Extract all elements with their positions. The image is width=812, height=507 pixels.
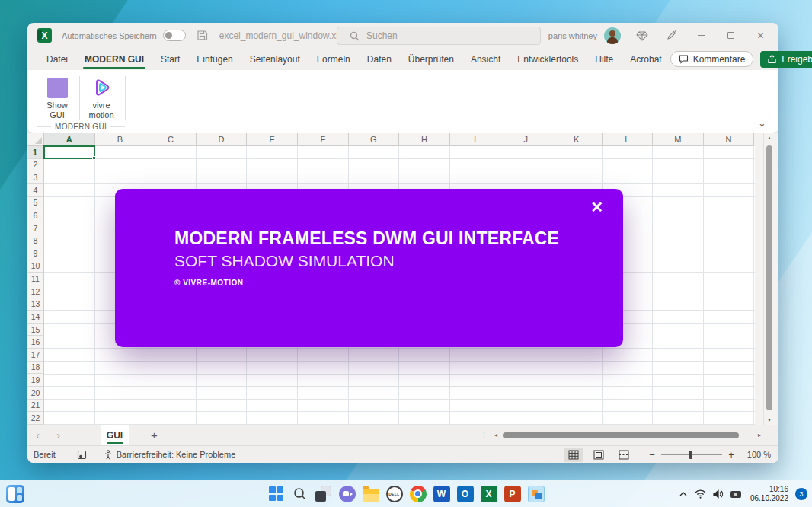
scroll-right-icon[interactable]: ▸ [754, 432, 765, 438]
column-header-C[interactable]: C [145, 133, 197, 146]
collapse-ribbon-icon[interactable]: ⌄ [758, 117, 766, 129]
row-header-3[interactable]: 3 [27, 171, 44, 184]
prev-sheet-icon[interactable]: ‹ [27, 429, 48, 442]
zoom-in-button[interactable]: + [725, 449, 737, 461]
wifi-icon[interactable] [695, 488, 707, 500]
column-header-L[interactable]: L [603, 133, 654, 146]
accessibility-status[interactable]: Barrierefreiheit: Keine Probleme [104, 450, 236, 460]
column-header-K[interactable]: K [551, 133, 603, 146]
row-header-19[interactable]: 19 [27, 374, 44, 387]
word-icon[interactable]: W [433, 485, 450, 502]
volume-icon[interactable] [712, 488, 724, 500]
select-all-corner[interactable] [27, 133, 44, 146]
row-header-15[interactable]: 15 [27, 324, 44, 336]
tab-hilfe[interactable]: Hilfe [587, 48, 622, 70]
excel-taskbar-icon[interactable]: X [480, 485, 497, 502]
column-header-N[interactable]: N [704, 133, 755, 146]
next-sheet-icon[interactable]: › [48, 429, 69, 442]
row-header-6[interactable]: 6 [27, 209, 44, 222]
scroll-left-icon[interactable]: ◂ [491, 432, 501, 438]
horizontal-scrollbar[interactable]: ◂ ▸ [491, 429, 765, 441]
fill-handle[interactable] [92, 156, 96, 160]
tab-start[interactable]: Start [152, 48, 188, 70]
row-header-18[interactable]: 18 [27, 362, 44, 375]
view-page-layout-icon[interactable] [589, 448, 609, 462]
column-header-D[interactable]: D [197, 133, 248, 146]
column-header-J[interactable]: J [500, 133, 551, 146]
horizontal-scroll-thumb[interactable] [503, 432, 739, 438]
selected-cell-a1[interactable] [43, 145, 95, 159]
column-header-E[interactable]: E [247, 133, 298, 146]
tray-device-icon[interactable] [730, 488, 742, 500]
row-header-11[interactable]: 11 [27, 273, 44, 285]
autosave-toggle[interactable] [163, 30, 186, 41]
file-explorer-icon[interactable] [362, 485, 379, 502]
zoom-slider[interactable] [661, 450, 722, 460]
row-header-9[interactable]: 9 [27, 247, 44, 260]
row-header-4[interactable]: 4 [27, 184, 44, 197]
vertical-scrollbar[interactable]: ▴ ▾ [763, 133, 774, 425]
row-header-13[interactable]: 13 [27, 298, 44, 311]
maximize-button[interactable] [716, 23, 746, 48]
row-header-22[interactable]: 22 [27, 412, 44, 425]
tab-seitenlayout[interactable]: Seitenlayout [241, 48, 308, 70]
row-header-17[interactable]: 17 [27, 349, 44, 362]
row-header-8[interactable]: 8 [27, 234, 44, 247]
view-normal-icon[interactable] [564, 448, 583, 462]
pinned-app-icon[interactable] [527, 485, 545, 502]
draw-pen-icon[interactable] [657, 23, 686, 48]
excel-app-icon[interactable]: X [37, 28, 52, 43]
dell-app-icon[interactable]: DELL [385, 485, 403, 502]
row-header-16[interactable]: 16 [27, 336, 44, 349]
tray-chevron-up-icon[interactable] [677, 488, 689, 500]
row-header-2[interactable]: 2 [27, 159, 44, 172]
tab-datei[interactable]: Datei [38, 48, 76, 70]
show-gui-button[interactable]: Show GUI [40, 75, 75, 120]
column-header-B[interactable]: B [95, 133, 146, 146]
taskbar-clock[interactable]: 10:16 06.10.2022 [750, 485, 788, 503]
zoom-slider-handle[interactable] [689, 451, 692, 459]
save-icon[interactable] [197, 30, 208, 41]
close-button[interactable]: ✕ [746, 23, 775, 48]
scrollbar-resize-handle[interactable]: ⋮ [480, 430, 488, 440]
row-header-10[interactable]: 10 [27, 260, 44, 273]
row-header-5[interactable]: 5 [27, 197, 44, 210]
macro-record-icon[interactable] [77, 450, 87, 460]
chrome-icon[interactable] [409, 485, 427, 502]
avatar[interactable] [604, 27, 621, 44]
row-header-14[interactable]: 14 [27, 311, 44, 324]
widgets-icon[interactable] [6, 485, 24, 503]
column-header-M[interactable]: M [653, 133, 704, 146]
share-button[interactable]: Freigeben ⌄ [760, 51, 812, 68]
teams-chat-icon[interactable] [338, 485, 356, 502]
scroll-up-icon[interactable]: ▴ [764, 133, 775, 142]
rewards-diamond-icon[interactable] [627, 23, 657, 48]
tab-acrobat[interactable]: Acrobat [622, 48, 670, 70]
start-button[interactable] [267, 485, 285, 502]
row-header-7[interactable]: 7 [27, 222, 44, 235]
search-input[interactable]: Suchen [337, 27, 541, 45]
sheet-tab-gui[interactable]: GUI [101, 425, 129, 445]
tab-daten[interactable]: Daten [359, 48, 400, 70]
add-sheet-button[interactable]: + [151, 429, 158, 442]
notification-badge[interactable]: 3 [795, 488, 807, 500]
task-view-icon[interactable] [315, 485, 332, 502]
column-header-H[interactable]: H [399, 133, 450, 146]
tab-modern-gui[interactable]: MODERN GUI [76, 48, 152, 70]
scroll-down-icon[interactable]: ▾ [764, 416, 775, 425]
column-header-I[interactable]: I [450, 133, 501, 146]
dialog-close-button[interactable]: ✕ [590, 199, 603, 215]
row-header-21[interactable]: 21 [27, 400, 44, 413]
row-header-12[interactable]: 12 [27, 285, 44, 298]
tab-ansicht[interactable]: Ansicht [462, 48, 509, 70]
row-header-20[interactable]: 20 [27, 387, 44, 400]
minimize-button[interactable] [686, 23, 716, 48]
comments-button[interactable]: Kommentare [670, 51, 754, 67]
column-header-F[interactable]: F [298, 133, 349, 146]
column-header-G[interactable]: G [349, 133, 400, 146]
vertical-scroll-thumb[interactable] [766, 145, 772, 410]
tab-einfuegen[interactable]: Einfügen [188, 48, 241, 70]
powerpoint-icon[interactable]: P [504, 485, 521, 502]
vivre-motion-button[interactable]: vivre motion [84, 75, 119, 120]
row-header-1[interactable]: 1 [27, 146, 44, 159]
